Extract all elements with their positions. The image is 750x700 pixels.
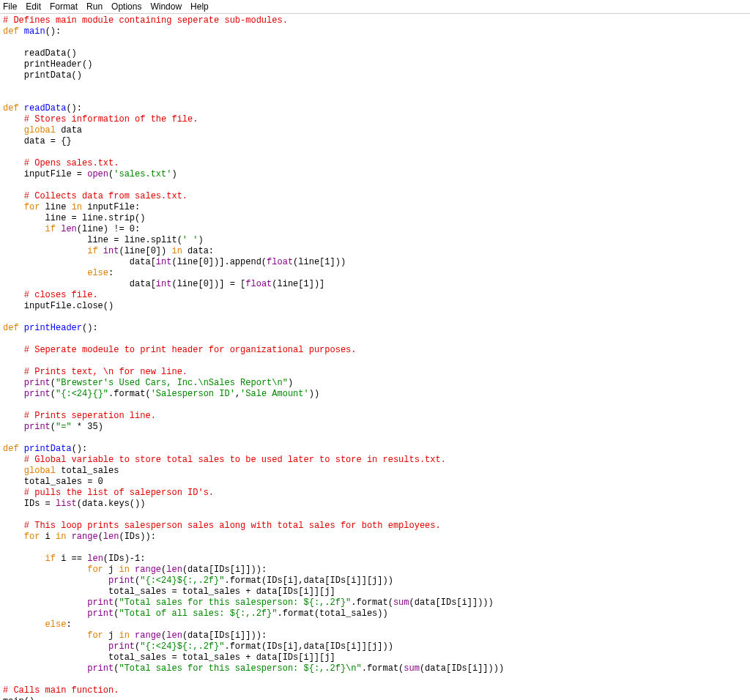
code-line[interactable]: # Global variable to store total sales t…	[3, 455, 747, 466]
code-line[interactable]	[3, 400, 747, 411]
code-line[interactable]: for j in range(len(data[IDs[i]])):	[3, 630, 747, 641]
code-line[interactable]: print("{:<24}${:,.2f}".format(IDs[i],dat…	[3, 576, 747, 587]
code-line[interactable]: data[int(line[0])] = [float(line[1])]	[3, 279, 747, 290]
code-line[interactable]: print("Total of all sales: ${:,.2f}".for…	[3, 608, 747, 619]
code-line[interactable]: if len(line) != 0:	[3, 224, 747, 235]
code-line[interactable]: # Prints text, \n for new line.	[3, 367, 747, 378]
code-line[interactable]: # Defines main module containing seperat…	[3, 15, 747, 26]
menu-file[interactable]: File	[3, 1, 17, 12]
code-line[interactable]: main()	[3, 696, 747, 700]
code-line[interactable]: line = line.split(' ')	[3, 235, 747, 246]
code-line[interactable]: # Prints seperation line.	[3, 411, 747, 422]
code-line[interactable]: print("Total sales for this salesperson:…	[3, 597, 747, 608]
code-line[interactable]	[3, 147, 747, 158]
code-line[interactable]	[3, 180, 747, 191]
menubar: File Edit Format Run Options Window Help	[0, 0, 750, 14]
code-line[interactable]: # Stores information of the file.	[3, 114, 747, 125]
code-line[interactable]	[3, 674, 747, 685]
code-line[interactable]: for j in range(len(data[IDs[i]])):	[3, 565, 747, 576]
code-line[interactable]	[3, 334, 747, 345]
code-line[interactable]: data[int(line[0])].append(float(line[1])…	[3, 257, 747, 268]
code-line[interactable]: # Seperate modeule to print header for o…	[3, 345, 747, 356]
code-line[interactable]: total_sales = total_sales + data[IDs[i]]…	[3, 587, 747, 597]
code-editor[interactable]: # Defines main module containing seperat…	[0, 14, 750, 700]
code-line[interactable]: if i == len(IDs)-1:	[3, 554, 747, 565]
code-line[interactable]: for line in inputFile:	[3, 202, 747, 213]
code-line[interactable]	[3, 433, 747, 444]
code-line[interactable]: printData()	[3, 70, 747, 81]
menu-run[interactable]: Run	[86, 1, 103, 12]
code-line[interactable]: IDs = list(data.keys())	[3, 499, 747, 510]
code-line[interactable]: # Calls main function.	[3, 685, 747, 696]
code-line[interactable]: def readData():	[3, 103, 747, 114]
code-line[interactable]	[3, 543, 747, 554]
menu-options[interactable]: Options	[111, 1, 141, 12]
code-line[interactable]: readData()	[3, 48, 747, 59]
code-line[interactable]: def printData():	[3, 444, 747, 455]
code-line[interactable]: data = {}	[3, 136, 747, 147]
code-line[interactable]: def main():	[3, 26, 747, 37]
code-line[interactable]: for i in range(len(IDs)):	[3, 532, 747, 543]
code-line[interactable]: def printHeader():	[3, 323, 747, 334]
code-line[interactable]: # pulls the list of saleperson ID's.	[3, 488, 747, 499]
code-line[interactable]: inputFile.close()	[3, 301, 747, 312]
code-line[interactable]: print("=" * 35)	[3, 422, 747, 433]
code-line[interactable]	[3, 37, 747, 48]
code-line[interactable]: print("{:<24}${:,.2f}".format(IDs[i],dat…	[3, 641, 747, 652]
code-line[interactable]	[3, 312, 747, 323]
code-line[interactable]: # This loop prints salesperson sales alo…	[3, 521, 747, 532]
menu-help[interactable]: Help	[190, 1, 209, 12]
code-line[interactable]: if int(line[0]) in data:	[3, 246, 747, 257]
code-line[interactable]	[3, 92, 747, 103]
code-line[interactable]: # Collects data from sales.txt.	[3, 191, 747, 202]
code-line[interactable]: total_sales = total_sales + data[IDs[i]]…	[3, 652, 747, 663]
menu-format[interactable]: Format	[50, 1, 78, 12]
code-line[interactable]	[3, 356, 747, 367]
code-line[interactable]: printHeader()	[3, 59, 747, 70]
code-line[interactable]: global total_sales	[3, 466, 747, 477]
code-line[interactable]: global data	[3, 125, 747, 136]
menu-edit[interactable]: Edit	[26, 1, 41, 12]
code-line[interactable]: total_sales = 0	[3, 477, 747, 488]
code-line[interactable]: inputFile = open('sales.txt')	[3, 169, 747, 180]
code-line[interactable]	[3, 510, 747, 521]
menu-window[interactable]: Window	[150, 1, 182, 12]
code-line[interactable]: print("Brewster's Used Cars, Inc.\nSales…	[3, 378, 747, 389]
code-line[interactable]: # closes file.	[3, 290, 747, 301]
code-line[interactable]: else:	[3, 619, 747, 630]
code-line[interactable]: # Opens sales.txt.	[3, 158, 747, 169]
code-line[interactable]: line = line.strip()	[3, 213, 747, 224]
code-line[interactable]: print("{:<24}{}".format('Salesperson ID'…	[3, 389, 747, 400]
code-line[interactable]: print("Total sales for this salesperson:…	[3, 663, 747, 674]
code-line[interactable]: else:	[3, 268, 747, 279]
code-line[interactable]	[3, 81, 747, 92]
